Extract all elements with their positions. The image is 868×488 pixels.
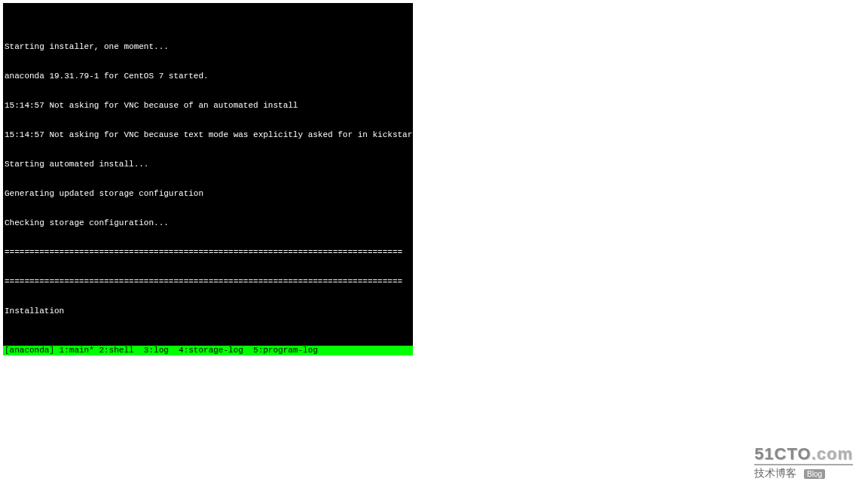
terminal-output: Starting installer, one moment... anacon… <box>3 23 413 355</box>
watermark-subtitle: 技术博客 Blog <box>754 467 853 480</box>
divider: ========================================… <box>5 248 411 258</box>
watermark-logo: 51CTO.com <box>754 444 853 465</box>
watermark-text: 51CTO <box>754 444 811 463</box>
divider: ========================================… <box>5 277 411 287</box>
log-line: Starting installer, one moment... <box>5 42 411 52</box>
section-title: Installation <box>5 307 411 316</box>
log-line: Generating updated storage configuration <box>5 189 411 199</box>
watermark-blog-badge: Blog <box>804 469 825 479</box>
watermark-sub-text: 技术博客 <box>754 467 796 479</box>
tmux-status-bar[interactable]: [anaconda] 1:main* 2:shell 3:log 4:stora… <box>3 346 413 355</box>
log-line: 15:14:57 Not asking for VNC because of a… <box>5 101 411 111</box>
log-line: 15:14:57 Not asking for VNC because text… <box>5 130 411 140</box>
watermark: 51CTO.com 技术博客 Blog <box>754 444 853 480</box>
terminal-window: Starting installer, one moment... anacon… <box>3 3 413 355</box>
log-line: Starting automated install... <box>5 160 411 169</box>
watermark-text: .com <box>811 444 853 463</box>
log-line: Checking storage configuration... <box>5 218 411 228</box>
log-line: anaconda 19.31.79-1 for CentOS 7 started… <box>5 72 411 81</box>
blank-line <box>5 336 411 346</box>
